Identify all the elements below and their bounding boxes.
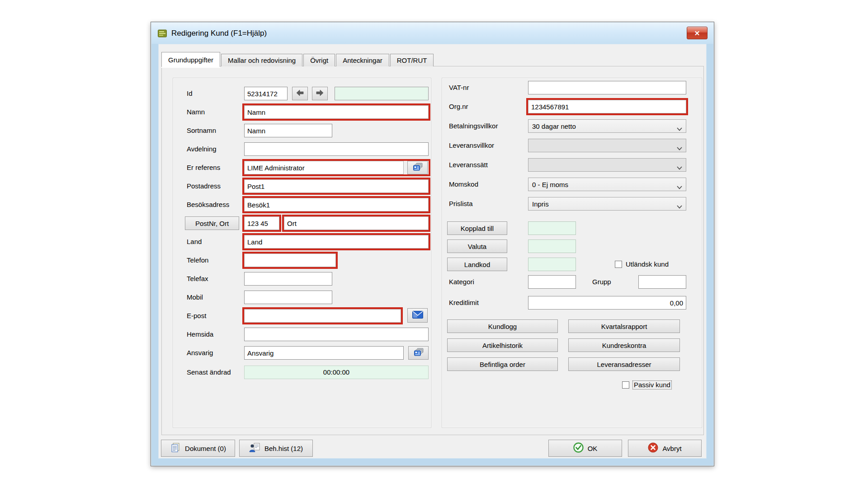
land-label: Land (187, 235, 202, 249)
groupbox-address: Id Namn Sor (173, 78, 431, 428)
er-referens-lookup-button[interactable] (407, 161, 428, 174)
leveranssatt-dropdown[interactable] (528, 158, 686, 172)
next-record-button[interactable] (312, 87, 328, 100)
vat-label: VAT-nr (449, 81, 469, 94)
user-history-icon (249, 442, 260, 454)
tab-mallar-och-redovisning[interactable]: Mallar och redovisning (221, 54, 302, 66)
telefax-input[interactable] (244, 272, 332, 286)
tab-strip: Grunduppgifter Mallar och redovisning Öv… (161, 52, 434, 67)
dialog-client: Grunduppgifter Mallar och redovisning Öv… (158, 44, 707, 459)
namn-required-frame (242, 103, 430, 121)
momskod-dropdown[interactable]: 0 - Ej moms (528, 178, 686, 191)
namn-input[interactable] (244, 105, 429, 119)
kreditlimit-label: Kreditlimit (449, 296, 479, 310)
landkod-field (528, 258, 576, 271)
documents-icon (170, 442, 181, 455)
id-linked-field (335, 87, 429, 100)
hemsida-input[interactable] (244, 328, 429, 341)
er-referens-label: Er referens (187, 161, 220, 174)
ansvarig-input[interactable] (244, 346, 404, 360)
postadress-input[interactable] (244, 179, 429, 193)
avdelning-label: Avdelning (187, 142, 217, 156)
orgnr-input[interactable] (528, 100, 686, 113)
epost-required-frame (242, 307, 403, 324)
id-input[interactable] (244, 87, 288, 100)
app-icon (158, 29, 167, 38)
telefon-input[interactable] (244, 253, 336, 267)
ok-button[interactable]: OK (548, 440, 622, 457)
leveransadresser-button[interactable]: Leveransadresser (568, 357, 680, 371)
grupp-input[interactable] (638, 275, 686, 289)
kreditlimit-input[interactable] (528, 296, 686, 310)
utlandsk-kund-checkbox[interactable] (615, 261, 622, 268)
avbryt-button-label: Avbryt (662, 445, 681, 452)
betalningsvillkor-dropdown[interactable]: 30 dagar netto (528, 119, 686, 133)
epost-input[interactable] (244, 309, 401, 323)
behhist-button-label: Beh.hist (12) (264, 445, 303, 452)
besoksadress-input[interactable] (244, 198, 429, 211)
chevron-down-icon (677, 125, 682, 132)
mobil-input[interactable] (244, 291, 332, 304)
close-button[interactable]: ✕ (687, 27, 708, 39)
sortnamn-input[interactable] (244, 124, 332, 137)
dokument-button[interactable]: Dokument (0) (161, 440, 235, 457)
vat-input[interactable] (528, 81, 686, 94)
senast-andrad-label: Senast ändrad (187, 366, 231, 379)
land-required-frame (242, 233, 430, 250)
namn-label: Namn (187, 105, 205, 119)
send-email-button[interactable] (407, 308, 428, 323)
tab-anteckningar[interactable]: Anteckningar (336, 54, 389, 66)
arrow-left-icon (296, 89, 304, 98)
besoksadress-required-frame (242, 196, 430, 213)
kopplad-till-button[interactable]: Kopplad till (447, 221, 507, 235)
postadress-label: Postadress (187, 179, 221, 193)
kundlogg-button[interactable]: Kundlogg (447, 319, 558, 333)
artikelhistorik-button[interactable]: Artikelhistorik (447, 338, 558, 352)
postnr-input[interactable] (244, 216, 279, 230)
leveransvillkor-dropdown[interactable] (528, 139, 686, 152)
tab-grunduppgifter[interactable]: Grunduppgifter (161, 52, 220, 67)
leveransvillkor-label: Leveransvillkor (449, 139, 494, 152)
tab-rot-rut[interactable]: ROT/RUT (390, 54, 434, 66)
chevron-down-icon (677, 202, 682, 210)
postnr-ort-button[interactable]: PostNr, Ort (185, 216, 239, 230)
kundreskontra-button[interactable]: Kundreskontra (568, 338, 680, 352)
previous-record-button[interactable] (292, 87, 308, 100)
dokument-button-label: Dokument (0) (185, 445, 226, 452)
behhist-button[interactable]: Beh.hist (12) (239, 440, 313, 457)
ort-input[interactable] (284, 216, 429, 230)
avdelning-input[interactable] (244, 142, 429, 156)
er-referens-required-frame (242, 159, 430, 176)
ansvarig-lookup-button[interactable] (408, 346, 429, 360)
prislista-dropdown[interactable]: Inpris (528, 197, 686, 211)
valuta-button[interactable]: Valuta (447, 239, 507, 253)
telefon-label: Telefon (187, 253, 208, 267)
leveranssatt-label: Leveranssätt (449, 158, 488, 172)
momskod-label: Momskod (449, 178, 478, 191)
ort-required-frame (282, 215, 430, 232)
momskod-value: 0 - Ej moms (532, 181, 568, 188)
avbryt-button[interactable]: Avbryt (628, 440, 702, 457)
ansvarig-label: Ansvarig (187, 346, 213, 360)
green-check-circle-icon (573, 442, 584, 454)
er-referens-input[interactable] (244, 161, 404, 174)
titlebar[interactable]: Redigering Kund (F1=Hjälp) ✕ (151, 23, 713, 44)
dialog-window: Redigering Kund (F1=Hjälp) ✕ Grunduppgif… (151, 22, 714, 466)
kvartalsrapport-button[interactable]: Kvartalsrapport (568, 319, 680, 333)
close-icon: ✕ (694, 30, 700, 37)
epost-label: E-post (187, 309, 206, 323)
senast-andrad-field: 00:00:00 (244, 366, 429, 379)
land-input[interactable] (244, 235, 429, 249)
besoksadress-label: Besöksadress (187, 198, 229, 211)
betalningsvillkor-value: 30 dagar netto (532, 122, 576, 130)
prislista-label: Prislista (449, 197, 473, 211)
telefax-label: Telefax (187, 272, 208, 286)
passiv-kund-checkbox[interactable] (622, 381, 629, 389)
befintliga-order-button[interactable]: Befintliga order (447, 357, 558, 371)
kategori-input[interactable] (528, 275, 576, 289)
landkod-button[interactable]: Landkod (447, 258, 507, 271)
chevron-down-icon (677, 164, 682, 171)
tab-ovrigt[interactable]: Övrigt (303, 54, 335, 66)
orgnr-required-frame (526, 98, 688, 115)
kategori-label: Kategori (449, 275, 474, 289)
